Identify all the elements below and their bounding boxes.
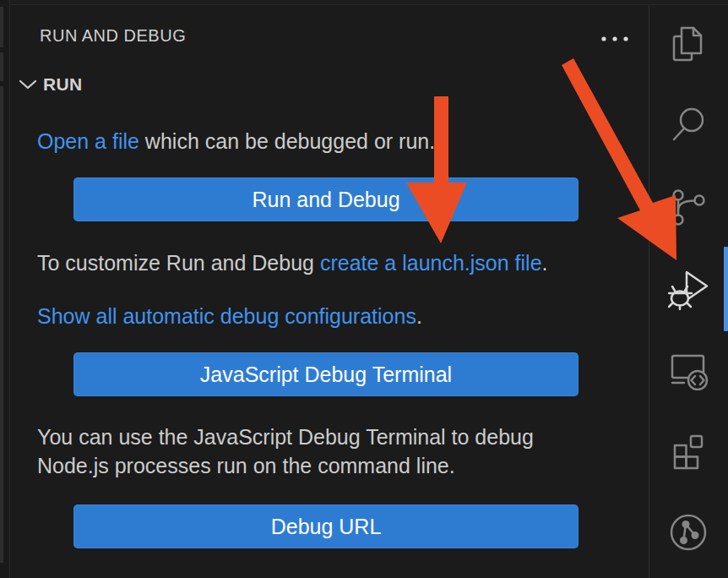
activity-item-extensions[interactable] <box>649 411 728 492</box>
editor-edge-gutter <box>0 0 10 578</box>
run-and-debug-button[interactable]: Run and Debug <box>73 177 579 221</box>
extensions-icon <box>669 431 709 472</box>
customize-text: To customize Run and Debug <box>37 251 320 275</box>
remote-explorer-icon <box>669 350 709 390</box>
active-view-indicator <box>724 247 728 331</box>
open-a-file-link[interactable]: Open a file <box>37 129 139 153</box>
debug-url-button-label: Debug URL <box>271 515 382 539</box>
show-all-period: . <box>416 304 422 328</box>
debug-icon <box>668 268 710 310</box>
js-terminal-note: You can use the JavaScript Debug Termina… <box>37 423 596 480</box>
graph-circle-icon <box>669 512 709 553</box>
show-all-paragraph: Show all automatic debug configurations. <box>37 302 588 330</box>
activity-bar <box>649 5 728 578</box>
ellipsis-icon <box>598 35 632 43</box>
files-icon <box>669 25 709 66</box>
activity-item-graph-tool[interactable] <box>649 492 728 573</box>
customize-paragraph: To customize Run and Debug create a laun… <box>37 248 588 277</box>
javascript-debug-terminal-button-label: JavaScript Debug Terminal <box>200 363 452 387</box>
show-all-configurations-link[interactable]: Show all automatic debug configurations <box>37 304 416 328</box>
open-file-text: which can be debugged or run. <box>139 129 435 153</box>
chevron-down-icon <box>19 79 37 90</box>
more-actions-button[interactable] <box>593 25 637 52</box>
activity-item-search[interactable] <box>649 86 728 167</box>
debug-url-button[interactable]: Debug URL <box>73 504 579 548</box>
javascript-debug-terminal-button[interactable]: JavaScript Debug Terminal <box>73 352 579 396</box>
activity-item-source-control[interactable] <box>649 167 728 248</box>
open-file-paragraph: Open a file which can be debugged or run… <box>37 127 588 155</box>
gutter-scrollbar-segment[interactable] <box>0 52 3 81</box>
source-control-icon <box>669 188 709 228</box>
create-launch-json-link[interactable]: create a launch.json file <box>320 251 542 275</box>
run-section-title: RUN <box>43 74 82 95</box>
activity-item-explorer[interactable] <box>649 5 728 86</box>
activity-item-run-and-debug[interactable] <box>649 248 728 330</box>
gutter-scrollbar-segment[interactable] <box>0 7 3 47</box>
search-icon <box>669 106 709 147</box>
customize-period: . <box>542 251 548 275</box>
activity-item-remote-explorer[interactable] <box>649 330 728 411</box>
run-section-header[interactable]: RUN <box>15 71 644 98</box>
run-and-debug-button-label: Run and Debug <box>252 188 399 212</box>
run-and-debug-sidebar: RUN AND DEBUG RUN Open a file which can … <box>10 5 649 578</box>
gutter-scrollbar-segment[interactable] <box>0 86 3 563</box>
panel-title: RUN AND DEBUG <box>40 26 186 46</box>
